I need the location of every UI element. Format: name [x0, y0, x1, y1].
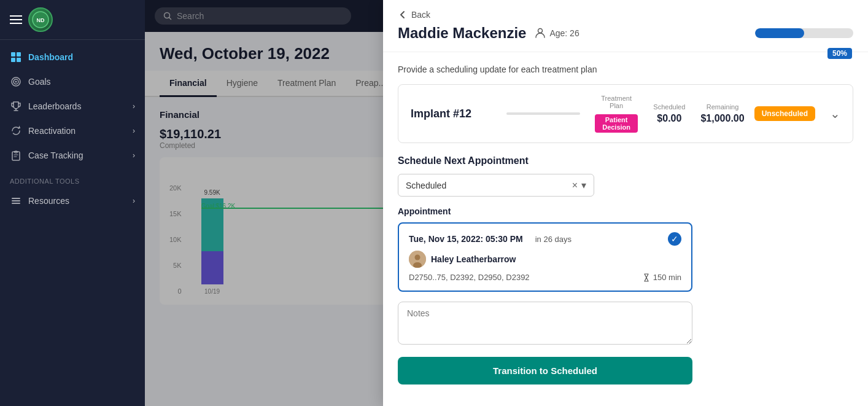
trophy-icon — [10, 100, 22, 112]
provider-avatar — [409, 251, 426, 268]
appt-datetime: Tue, Nov 15, 2022: 05:30 PM — [409, 234, 523, 244]
appt-top: Tue, Nov 15, 2022: 05:30 PM in 26 days ✓ — [409, 232, 681, 246]
patient-age: Age: 26 — [535, 28, 579, 39]
patient-decision-badge: Patient Decision — [595, 114, 638, 133]
remaining-label: Remaining — [700, 103, 744, 111]
sidebar-item-case-tracking-label: Case Tracking — [28, 150, 83, 160]
svg-rect-4 — [11, 58, 15, 62]
sidebar-item-dashboard-label: Dashboard — [28, 52, 73, 62]
treatment-plan-col: Treatment Plan Patient Decision — [595, 95, 638, 133]
list-icon — [10, 195, 22, 207]
notes-textarea[interactable] — [398, 302, 692, 345]
sidebar-item-resources-label: Resources — [28, 196, 69, 206]
sidebar-item-leaderboards-label: Leaderboards — [28, 101, 81, 111]
select-wrap[interactable]: Scheduled × ▾ — [398, 174, 594, 197]
svg-rect-5 — [17, 58, 21, 62]
sidebar-item-resources[interactable]: Resources › — [0, 189, 145, 213]
svg-text:ND: ND — [37, 17, 45, 23]
appt-duration: 150 min — [642, 273, 681, 282]
hamburger-icon[interactable] — [10, 15, 22, 24]
hourglass-icon — [642, 273, 651, 282]
chevron-right-icon: › — [133, 127, 135, 135]
treatment-bar — [506, 112, 580, 115]
sidebar-item-leaderboards[interactable]: Leaderboards › — [0, 94, 145, 119]
appt-provider: Haley Leatherbarrow — [409, 251, 681, 268]
chevron-right-icon: › — [133, 102, 135, 111]
schedule-section: Schedule Next Appointment Scheduled × ▾ … — [398, 155, 853, 385]
appointment-label: Appointment — [398, 206, 853, 216]
sidebar-nav: Dashboard Goals Leaderboards › — [0, 40, 145, 406]
grid-icon — [10, 51, 22, 63]
svg-rect-2 — [11, 52, 15, 57]
panel-body: Provide a scheduling update for each tre… — [383, 52, 868, 406]
sidebar: ND Dashboard — [0, 0, 145, 406]
sidebar-item-case-tracking[interactable]: Case Tracking › — [0, 143, 145, 168]
appt-days: in 26 days — [535, 235, 572, 244]
svg-rect-11 — [12, 200, 20, 201]
progress-bar-fill — [755, 28, 804, 38]
patient-info-bar: Maddie Mackenzie Age: 26 50% — [383, 20, 868, 52]
treatment-name: Implant #12 — [411, 107, 497, 120]
form-instructions: Provide a scheduling update for each tre… — [398, 64, 853, 74]
select-clear-icon[interactable]: × — [572, 180, 578, 191]
back-button[interactable]: Back — [398, 10, 853, 20]
progress-bar-bg — [755, 28, 853, 38]
remaining-value: $1,000.00 — [700, 113, 744, 124]
provider-name: Haley Leatherbarrow — [431, 254, 516, 264]
select-arrow-icon[interactable]: ▾ — [581, 179, 586, 191]
chevron-right-icon: › — [133, 151, 135, 160]
sidebar-item-goals-label: Goals — [28, 77, 51, 87]
patient-name: Maddie Mackenzie — [398, 25, 526, 42]
scheduled-col: Scheduled $0.00 — [648, 103, 691, 124]
clipboard-icon — [10, 149, 22, 162]
schedule-title: Schedule Next Appointment — [398, 155, 853, 166]
chevron-right-icon: › — [133, 197, 135, 205]
slide-panel: Back Maddie Mackenzie Age: 26 50% Pr — [383, 0, 868, 406]
chevron-left-icon — [398, 10, 408, 20]
logo-icon: ND — [28, 7, 53, 32]
person-icon — [535, 28, 546, 39]
progress-pct: 50% — [827, 48, 852, 59]
notes-area — [398, 302, 853, 347]
appt-codes: D2750..75, D2392, D2950, D2392 150 min — [409, 273, 681, 282]
select-value: Scheduled — [406, 181, 572, 190]
transition-btn[interactable]: Transition to Scheduled — [398, 357, 692, 385]
main-area: Front Desk ▾ ND Noble Dentistry ▾ Day We… — [145, 0, 868, 406]
progress-bar-wrap: 50% — [755, 28, 853, 38]
refresh-icon — [10, 125, 22, 137]
appt-check-icon: ✓ — [668, 232, 681, 246]
chevron-down-icon[interactable]: ⌄ — [830, 106, 840, 121]
svg-point-14 — [538, 29, 543, 33]
unscheduled-badge: Unscheduled — [754, 106, 815, 121]
appointment-card: Tue, Nov 15, 2022: 05:30 PM in 26 days ✓ — [398, 222, 692, 292]
scheduled-value: $0.00 — [648, 113, 691, 124]
back-btn-row: Back — [383, 0, 868, 20]
svg-rect-3 — [17, 52, 21, 57]
remaining-col: Remaining $1,000.00 — [700, 103, 744, 124]
sidebar-item-reactivation[interactable]: Reactivation › — [0, 119, 145, 143]
sidebar-item-reactivation-label: Reactivation — [28, 126, 76, 136]
sidebar-item-goals[interactable]: Goals — [0, 69, 145, 94]
sidebar-item-dashboard[interactable]: Dashboard — [0, 45, 145, 69]
target-icon — [10, 76, 22, 88]
svg-rect-10 — [12, 198, 20, 199]
svg-point-8 — [15, 81, 17, 83]
sidebar-header: ND — [0, 0, 145, 40]
svg-rect-12 — [12, 203, 20, 204]
treatment-header: Implant #12 Treatment Plan Patient Decis… — [411, 95, 840, 133]
scheduled-label: Scheduled — [648, 103, 691, 111]
svg-point-16 — [415, 255, 420, 260]
treatment-card: Implant #12 Treatment Plan Patient Decis… — [398, 84, 853, 143]
plan-col-label: Treatment Plan — [595, 95, 638, 109]
additional-tools-label: ADDITIONAL TOOLS — [0, 168, 145, 189]
